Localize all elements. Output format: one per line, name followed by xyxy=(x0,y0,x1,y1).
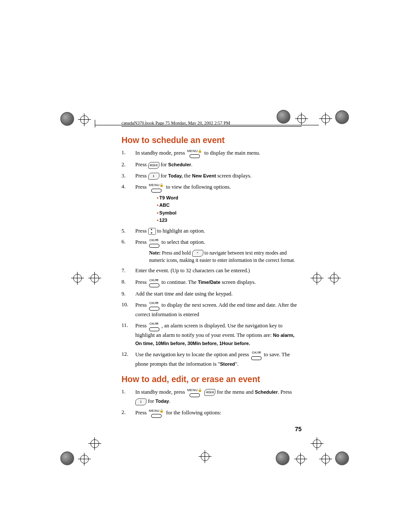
bold-text: New Event xyxy=(192,173,216,178)
step: Press 1 for Today, the New Event screen … xyxy=(121,172,302,180)
menu-key-icon: MENU🔒 xyxy=(187,388,202,397)
bold-text: Time/Date xyxy=(198,280,220,285)
bold-text: Today, xyxy=(168,173,183,178)
note-label: Note: xyxy=(149,250,161,255)
steps-list-2: In standby mode, press MENU🔒 4GHI for th… xyxy=(121,388,302,418)
bullet-item: •T9 Word xyxy=(157,194,302,202)
crosshair-icon xyxy=(73,274,82,283)
step: Press OK/✉ to continue. The Time/Date sc… xyxy=(121,278,302,287)
text: Enter the event. (Up to 32 characters ca… xyxy=(135,268,250,274)
section-title-edit: How to add, edit, or erase an event xyxy=(121,374,302,384)
bold-text: Today xyxy=(156,398,169,404)
keypad-4-icon: 4GHI xyxy=(204,389,215,396)
menu-key-icon: MENU🔒 xyxy=(149,183,164,192)
step: Press OK/✉ to select that option. Note: … xyxy=(121,238,302,264)
keypad-1-icon: 1 xyxy=(135,398,146,405)
step: In standby mode, press MENU🔒 to display … xyxy=(121,149,302,158)
text: screen displays. xyxy=(221,279,256,285)
text: . xyxy=(191,162,193,168)
text: Press xyxy=(135,228,148,234)
bullet-item: •ABC xyxy=(157,202,302,209)
text: Press xyxy=(135,162,148,168)
bold-text: Scheduler xyxy=(168,162,191,167)
crosshair-icon xyxy=(313,274,321,283)
regmark-icon xyxy=(60,451,74,465)
text: In standby mode, press xyxy=(135,150,186,156)
bold-text: Stored xyxy=(220,361,235,367)
text: ". xyxy=(235,361,239,367)
crosshair-icon xyxy=(90,439,99,448)
bold-text: Scheduler xyxy=(255,389,278,395)
keypad-1-icon: 1 xyxy=(148,173,159,180)
section-title-schedule: How to schedule an event xyxy=(121,135,302,145)
text: . xyxy=(169,398,170,404)
text: for the menu and xyxy=(217,389,255,395)
step: Enter the event. (Up to 32 characters ca… xyxy=(121,267,302,275)
ok-key-icon: OK/✉ xyxy=(149,238,159,247)
crosshair-icon xyxy=(80,455,89,464)
ok-key-icon: OK/✉ xyxy=(149,278,159,287)
crosshair-icon xyxy=(321,455,330,464)
text: Press xyxy=(135,302,148,308)
step: Press MENU🔒 to view the following option… xyxy=(121,183,302,224)
crosshair-icon xyxy=(330,274,339,283)
regmark-icon xyxy=(335,451,349,465)
crop-line xyxy=(95,120,95,128)
text: to select that option. xyxy=(162,239,205,245)
keypad-star-icon: * xyxy=(192,250,203,257)
step: Press OK/✉ to display the next screen. A… xyxy=(121,301,302,319)
menu-key-icon: MENU🔒 xyxy=(149,408,164,418)
text: to continue. The xyxy=(162,279,198,285)
nav-key-icon xyxy=(148,228,156,235)
keypad-4-icon: 4GHI xyxy=(148,162,159,169)
step: Add the start time and date using the ke… xyxy=(121,290,302,298)
step: Press OK/✉ , an alarm screen is displaye… xyxy=(121,321,302,348)
crosshair-icon xyxy=(321,115,330,123)
crosshair-icon xyxy=(90,274,99,283)
text: Press xyxy=(135,173,148,179)
text: to display the next screen. Add the end … xyxy=(135,302,297,317)
page-content: canadaN370.book Page 75 Monday, May 20, … xyxy=(121,121,302,432)
text: Press xyxy=(135,184,148,190)
regmark-icon xyxy=(276,451,290,465)
text: Press xyxy=(135,410,148,416)
step: Use the navigation key to locate the opt… xyxy=(121,350,302,368)
text: Add the start time and date using the ke… xyxy=(135,291,233,297)
text: for xyxy=(148,398,156,404)
text: Press xyxy=(135,279,148,285)
ok-key-icon: OK/✉ xyxy=(149,301,159,310)
crosshair-icon xyxy=(80,115,89,124)
page-number: 75 xyxy=(121,426,302,432)
text: for xyxy=(161,162,168,168)
bullet-list: •T9 Word •ABC •Symbol •123 xyxy=(157,194,302,224)
page-header: canadaN370.book Page 75 Monday, May 20, … xyxy=(121,121,302,127)
text: to view the following options. xyxy=(166,184,230,190)
text: Use the navigation key to locate the opt… xyxy=(135,352,250,358)
step: In standby mode, press MENU🔒 4GHI for th… xyxy=(121,388,302,406)
text: for the following options: xyxy=(166,410,221,416)
text: to display the main menu. xyxy=(204,150,260,156)
steps-list-1: In standby mode, press MENU🔒 to display … xyxy=(121,149,302,368)
text: In standby mode, press xyxy=(135,389,186,395)
text: Press xyxy=(135,239,148,245)
crosshair-icon xyxy=(201,452,209,461)
step: Press to highlight an option. xyxy=(121,227,302,235)
bullet-item: •Symbol xyxy=(157,209,302,217)
regmark-icon xyxy=(335,110,349,124)
text: for xyxy=(161,173,168,179)
text: to highlight an option. xyxy=(157,228,205,234)
text: the xyxy=(183,173,192,179)
bullet-item: •123 xyxy=(157,217,302,224)
text: screen displays. xyxy=(216,173,251,179)
step: Press MENU🔒 for the following options: xyxy=(121,408,302,418)
step: Press 4GHI for Scheduler. xyxy=(121,161,302,169)
text: . Press xyxy=(278,389,292,395)
note-block: Note: Press and hold * to navigate betwe… xyxy=(149,249,302,264)
menu-key-icon: MENU🔒 xyxy=(187,149,202,158)
regmark-icon xyxy=(60,112,74,126)
crosshair-icon xyxy=(296,455,305,464)
ok-key-icon: OK/✉ xyxy=(251,350,262,360)
text: Press and hold xyxy=(161,250,192,255)
ok-key-icon: OK/✉ xyxy=(149,321,159,331)
text: Press xyxy=(135,323,148,329)
